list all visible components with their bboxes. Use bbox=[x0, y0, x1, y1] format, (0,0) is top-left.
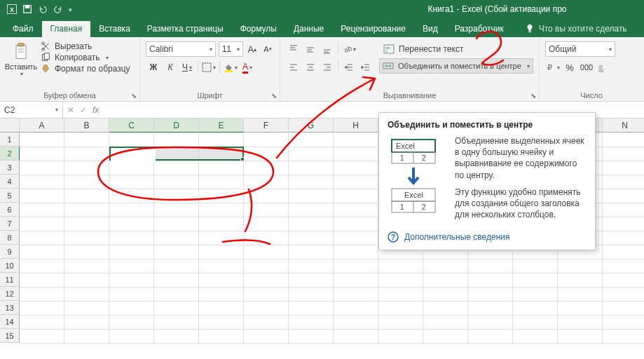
column-header-D[interactable]: D bbox=[154, 118, 199, 133]
align-top-button[interactable] bbox=[286, 41, 301, 57]
cell-C10[interactable] bbox=[109, 259, 154, 273]
cell-N10[interactable] bbox=[602, 259, 644, 273]
wrap-text-button[interactable]: abc Перенести текст bbox=[379, 41, 533, 57]
row-header-13[interactable]: 13 bbox=[0, 301, 20, 315]
cell-J14[interactable] bbox=[423, 315, 468, 329]
cell-L10[interactable] bbox=[512, 259, 557, 273]
cell-C2[interactable] bbox=[109, 147, 154, 161]
cell-B2[interactable] bbox=[64, 147, 109, 161]
cell-K10[interactable] bbox=[468, 259, 513, 273]
cell-J13[interactable] bbox=[423, 301, 468, 315]
cell-D9[interactable] bbox=[154, 245, 199, 259]
cell-I15[interactable] bbox=[378, 329, 423, 343]
decrease-font-button[interactable]: A▾ bbox=[261, 41, 274, 57]
column-header-C[interactable]: C bbox=[109, 118, 154, 133]
cell-K12[interactable] bbox=[468, 287, 513, 301]
cell-G1[interactable] bbox=[289, 133, 334, 147]
cell-F7[interactable] bbox=[244, 217, 289, 231]
cell-E6[interactable] bbox=[199, 203, 244, 217]
cell-H4[interactable] bbox=[334, 175, 378, 189]
cell-E14[interactable] bbox=[199, 315, 244, 329]
font-name-combo[interactable]: Calibri▾ bbox=[146, 41, 216, 57]
cell-B11[interactable] bbox=[64, 273, 109, 287]
cell-H15[interactable] bbox=[334, 329, 378, 343]
cell-G4[interactable] bbox=[289, 175, 334, 189]
cell-C9[interactable] bbox=[109, 245, 154, 259]
format-painter-button[interactable]: Формат по образцу bbox=[41, 64, 130, 74]
cell-N1[interactable] bbox=[602, 133, 644, 147]
cell-N15[interactable] bbox=[602, 329, 644, 343]
cell-A12[interactable] bbox=[20, 287, 64, 301]
align-right-button[interactable] bbox=[320, 60, 335, 75]
row-header-8[interactable]: 8 bbox=[0, 231, 20, 245]
cell-G5[interactable] bbox=[289, 189, 334, 203]
cell-H12[interactable] bbox=[334, 287, 378, 301]
cell-H6[interactable] bbox=[334, 203, 378, 217]
cell-E5[interactable] bbox=[199, 189, 244, 203]
cell-M10[interactable] bbox=[557, 259, 602, 273]
cell-N4[interactable] bbox=[602, 175, 644, 189]
cell-G8[interactable] bbox=[289, 231, 334, 245]
column-header-H[interactable]: H bbox=[334, 118, 378, 133]
cell-H3[interactable] bbox=[334, 161, 378, 175]
cell-E15[interactable] bbox=[199, 329, 244, 343]
cell-A2[interactable] bbox=[20, 147, 64, 161]
undo-icon[interactable] bbox=[38, 4, 48, 16]
row-header-15[interactable]: 15 bbox=[0, 329, 20, 343]
cell-J15[interactable] bbox=[423, 329, 468, 343]
cell-L15[interactable] bbox=[512, 329, 557, 343]
cell-B1[interactable] bbox=[64, 133, 109, 147]
cell-G6[interactable] bbox=[289, 203, 334, 217]
cell-C13[interactable] bbox=[109, 301, 154, 315]
cell-A10[interactable] bbox=[20, 259, 64, 273]
cell-G3[interactable] bbox=[289, 161, 334, 175]
select-all-corner[interactable] bbox=[0, 118, 20, 133]
cell-B6[interactable] bbox=[64, 203, 109, 217]
cell-B4[interactable] bbox=[64, 175, 109, 189]
cell-C14[interactable] bbox=[109, 315, 154, 329]
cell-C4[interactable] bbox=[109, 175, 154, 189]
cell-F12[interactable] bbox=[244, 287, 289, 301]
cell-A9[interactable] bbox=[20, 245, 64, 259]
cell-B14[interactable] bbox=[64, 315, 109, 329]
cell-L11[interactable] bbox=[512, 273, 557, 287]
cell-N12[interactable] bbox=[602, 287, 644, 301]
cut-button[interactable]: Вырезать bbox=[41, 41, 130, 51]
cell-M13[interactable] bbox=[557, 301, 602, 315]
cell-E8[interactable] bbox=[199, 231, 244, 245]
fill-color-button[interactable]: ▾ bbox=[223, 60, 238, 75]
cell-D15[interactable] bbox=[154, 329, 199, 343]
cell-J12[interactable] bbox=[423, 287, 468, 301]
cell-A6[interactable] bbox=[20, 203, 64, 217]
cell-D1[interactable] bbox=[154, 133, 199, 147]
number-format-combo[interactable]: Общий▾ bbox=[545, 41, 615, 57]
cell-I14[interactable] bbox=[378, 315, 423, 329]
cell-C5[interactable] bbox=[109, 189, 154, 203]
align-center-button[interactable] bbox=[303, 60, 318, 75]
dialog-launcher-icon[interactable]: ⬊ bbox=[271, 92, 277, 100]
row-header-14[interactable]: 14 bbox=[0, 315, 20, 329]
tab-view[interactable]: Вид bbox=[414, 21, 446, 37]
copy-button[interactable]: Копировать▾ bbox=[41, 53, 130, 62]
cell-E9[interactable] bbox=[199, 245, 244, 259]
cell-L14[interactable] bbox=[512, 315, 557, 329]
cell-M14[interactable] bbox=[557, 315, 602, 329]
cell-E12[interactable] bbox=[199, 287, 244, 301]
cell-H8[interactable] bbox=[334, 231, 378, 245]
cell-I12[interactable] bbox=[378, 287, 423, 301]
dialog-launcher-icon[interactable]: ⬊ bbox=[131, 92, 137, 100]
cell-D14[interactable] bbox=[154, 315, 199, 329]
cell-N8[interactable] bbox=[602, 231, 644, 245]
cell-E10[interactable] bbox=[199, 259, 244, 273]
cell-F14[interactable] bbox=[244, 315, 289, 329]
cell-D6[interactable] bbox=[154, 203, 199, 217]
row-header-10[interactable]: 10 bbox=[0, 259, 20, 273]
tab-file[interactable]: Файл bbox=[4, 21, 42, 37]
cell-H10[interactable] bbox=[334, 259, 378, 273]
save-icon[interactable] bbox=[22, 4, 32, 16]
tab-page-layout[interactable]: Разметка страницы bbox=[139, 21, 232, 37]
cell-M11[interactable] bbox=[557, 273, 602, 287]
tab-review[interactable]: Рецензирование bbox=[332, 21, 414, 37]
row-header-3[interactable]: 3 bbox=[0, 161, 20, 175]
tab-data[interactable]: Данные bbox=[285, 21, 332, 37]
